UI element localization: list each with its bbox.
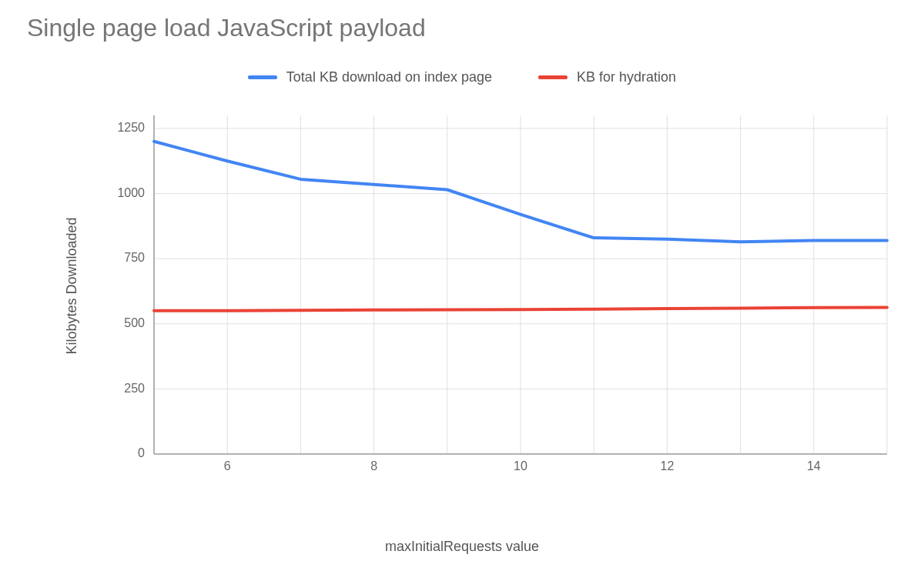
legend-label: Total KB download on index page [286,69,492,85]
gridlines [154,115,887,454]
svg-text:12: 12 [661,459,675,472]
legend-swatch-icon [538,75,567,79]
legend-item-total: Total KB download on index page [248,69,492,85]
x-axis-title: maxInitialRequests value [0,539,924,555]
legend-item-hydration: KB for hydration [538,69,676,85]
svg-text:1000: 1000 [117,186,145,199]
legend-swatch-icon [248,75,277,79]
svg-text:14: 14 [807,459,821,472]
tick-labels: 02505007501000125068101214 [117,121,820,472]
chart-container: Single page load JavaScript payload Tota… [0,0,924,571]
svg-text:250: 250 [124,382,145,395]
svg-text:750: 750 [124,251,145,264]
svg-text:8: 8 [370,459,377,472]
svg-text:500: 500 [124,316,145,329]
plot-area: 02505007501000125068101214 [108,108,893,485]
svg-text:1250: 1250 [117,121,145,134]
svg-text:0: 0 [138,446,145,459]
legend-label: KB for hydration [577,69,676,85]
chart-svg: 02505007501000125068101214 [108,108,893,485]
svg-text:10: 10 [514,459,527,472]
svg-text:6: 6 [224,459,231,472]
